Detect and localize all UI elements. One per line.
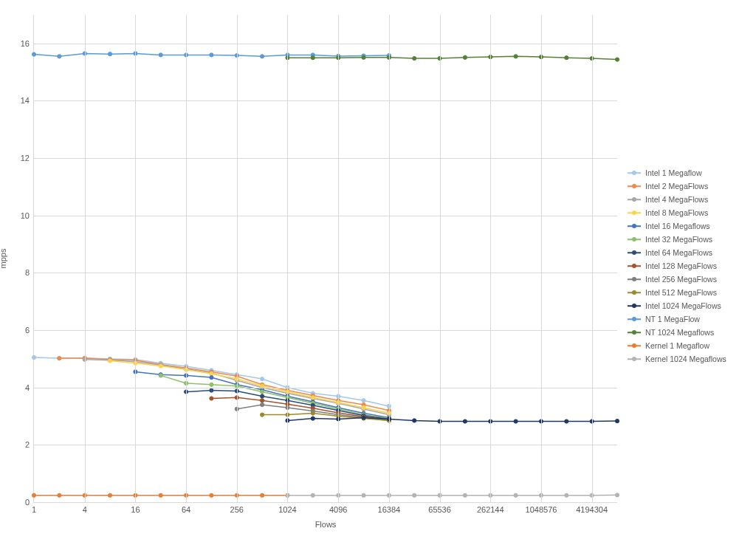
gridline-vertical xyxy=(541,15,542,502)
series-marker xyxy=(210,372,213,376)
y-tick-label: 8 xyxy=(25,268,30,277)
gridline-vertical xyxy=(389,15,390,502)
legend-label: Intel 32 MegaFlows xyxy=(645,235,712,244)
series-marker xyxy=(565,419,568,423)
x-tick-label: 4096 xyxy=(329,505,347,514)
series-marker xyxy=(32,493,35,497)
legend-item: Intel 128 MegaFlows xyxy=(628,259,749,273)
legend-item: Kernel 1024 Megaflows xyxy=(628,352,749,366)
legend-swatch xyxy=(628,302,641,309)
gridline-vertical xyxy=(85,15,86,502)
series-marker xyxy=(261,413,264,417)
series-marker xyxy=(261,394,264,398)
legend-label: Intel 4 MegaFlows xyxy=(645,195,708,204)
gridline-horizontal xyxy=(34,273,617,273)
series-marker xyxy=(261,493,264,497)
gridline-horizontal xyxy=(34,388,617,388)
gridline-horizontal xyxy=(34,100,617,101)
legend-item: Intel 256 MegaFlows xyxy=(628,273,749,286)
series-marker xyxy=(615,58,619,61)
x-tick-label: 4 xyxy=(83,505,87,514)
series-marker xyxy=(362,416,365,419)
legend-item: Intel 512 MegaFlows xyxy=(628,286,749,299)
legend-label: Intel 2 MegaFlows xyxy=(645,182,708,191)
series-marker xyxy=(615,493,619,497)
series-marker xyxy=(514,419,518,423)
series-marker xyxy=(32,52,35,56)
series-marker xyxy=(210,493,213,497)
y-tick-label: 14 xyxy=(21,96,30,105)
legend-item: Intel 4 MegaFlows xyxy=(628,193,749,206)
y-axis-label: mpps xyxy=(0,249,8,269)
legend: Intel 1 MegaflowIntel 2 MegaFlowsIntel 4… xyxy=(628,166,749,366)
legend-swatch xyxy=(628,289,641,296)
gridline-vertical xyxy=(186,15,187,502)
series-marker xyxy=(58,493,61,497)
series-marker xyxy=(311,493,315,497)
series-marker xyxy=(108,359,111,363)
series-marker xyxy=(159,493,162,497)
legend-label: Kernel 1 Megaflow xyxy=(645,341,709,350)
legend-swatch xyxy=(628,222,641,230)
x-axis-label: Flows xyxy=(315,520,337,529)
legend-swatch xyxy=(628,275,641,283)
series-marker xyxy=(311,411,315,415)
y-tick-label: 2 xyxy=(25,440,30,449)
gridline-vertical xyxy=(338,15,339,502)
legend-swatch xyxy=(628,315,641,323)
legend-item: Intel 2 MegaFlows xyxy=(628,179,749,193)
legend-item: Intel 1024 MegaFlows xyxy=(628,299,749,312)
gridline-horizontal xyxy=(34,330,617,331)
legend-swatch xyxy=(628,236,641,243)
series-marker xyxy=(514,493,518,497)
series-marker xyxy=(108,493,111,497)
x-tick-label: 16384 xyxy=(378,505,401,514)
legend-swatch xyxy=(628,355,641,363)
x-tick-label: 65536 xyxy=(428,505,451,514)
legend-item: Intel 16 Megaflows xyxy=(628,219,749,233)
series-marker xyxy=(463,493,467,497)
chart-container: Flows mpps 02468101214161416642561024409… xyxy=(0,0,756,548)
series-marker xyxy=(210,383,213,386)
series-marker xyxy=(210,397,213,400)
legend-item: Intel 8 MegaFlows xyxy=(628,206,749,219)
gridline-horizontal xyxy=(34,216,617,216)
y-tick-label: 10 xyxy=(21,211,30,220)
legend-item: Intel 32 MegaFlows xyxy=(628,233,749,246)
y-tick-label: 12 xyxy=(21,154,30,162)
series-marker xyxy=(261,399,264,403)
legend-swatch xyxy=(628,329,641,336)
gridline-horizontal xyxy=(34,44,617,44)
series-marker xyxy=(261,403,264,406)
series-marker xyxy=(362,493,365,497)
legend-label: Kernel 1024 Megaflows xyxy=(645,355,726,363)
series-marker xyxy=(413,419,416,422)
x-tick-label: 1024 xyxy=(278,505,296,514)
legend-swatch xyxy=(628,182,641,190)
legend-swatch xyxy=(628,196,641,203)
series-marker xyxy=(159,53,162,57)
legend-label: Intel 8 MegaFlows xyxy=(645,208,708,217)
plot-svg xyxy=(34,15,617,502)
series-marker xyxy=(362,405,365,409)
gridline-horizontal xyxy=(34,158,617,159)
gridline-vertical xyxy=(440,15,441,502)
series-marker xyxy=(413,56,416,60)
legend-swatch xyxy=(628,342,641,349)
legend-label: NT 1 MegaFlow xyxy=(645,315,700,323)
series-marker xyxy=(311,417,315,420)
legend-swatch xyxy=(628,169,641,177)
legend-label: Intel 128 MegaFlows xyxy=(645,261,717,270)
series-marker xyxy=(261,55,264,58)
legend-swatch xyxy=(628,262,641,270)
x-tick-label: 64 xyxy=(182,505,190,514)
series-marker xyxy=(565,56,568,60)
gridline-vertical xyxy=(135,15,136,502)
legend-label: Intel 1024 MegaFlows xyxy=(645,301,721,310)
series-marker xyxy=(311,396,315,400)
gridline-vertical xyxy=(237,15,238,502)
legend-label: Intel 1 Megaflow xyxy=(645,168,701,177)
series-marker xyxy=(362,55,365,59)
legend-label: Intel 256 MegaFlows xyxy=(645,275,717,284)
gridline-horizontal xyxy=(34,445,617,445)
